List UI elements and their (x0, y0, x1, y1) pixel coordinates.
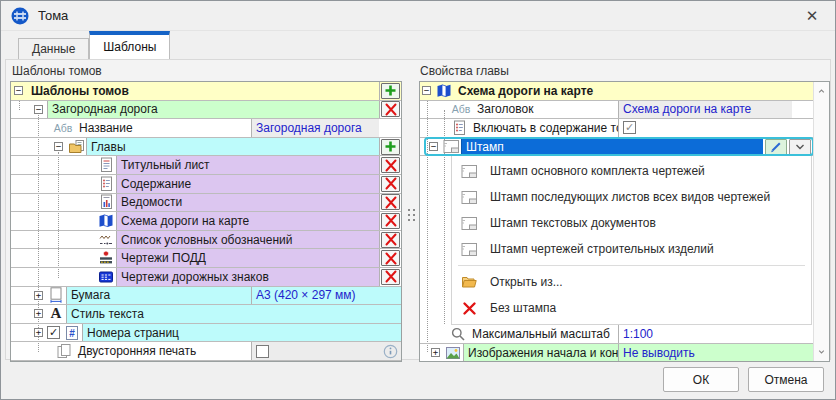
delete-button[interactable] (381, 194, 400, 210)
tree-row-label-cell[interactable]: Бумага (66, 287, 251, 305)
tree-row-value-cell[interactable]: ✓ (618, 119, 792, 137)
tab-page: Шаблоны томов Свойства главы −Шаблоны то… (5, 59, 831, 360)
vertical-scrollbar[interactable] (813, 82, 829, 361)
tree-row: −Штамп (420, 138, 814, 157)
dropdown-item-label: Открыть из... (490, 275, 563, 289)
tree-row-value-cell[interactable]: А3 (420 × 297 мм) (251, 287, 379, 305)
edit-button[interactable] (765, 139, 787, 155)
expand-icon[interactable]: + (34, 328, 43, 337)
tree-row-label-cell[interactable]: Содержание (116, 175, 379, 193)
collapse-icon[interactable]: − (14, 86, 23, 95)
tree-row-label-cell[interactable]: Максимальный масштаб (468, 325, 618, 343)
tree-row-label-cell[interactable]: Чертежи ПОДД (116, 249, 379, 267)
menu-separator (458, 265, 805, 266)
tree-row-value-cell[interactable]: Загородная дорога (251, 119, 379, 137)
abc-icon: Абв (450, 101, 472, 117)
expand-icon[interactable]: + (34, 291, 43, 300)
tree-row-label-cell[interactable]: Схема дороги на карте (454, 82, 814, 100)
checkbox[interactable]: ✓ (47, 326, 60, 339)
folder-open-icon (460, 274, 478, 290)
dropdown-button[interactable] (789, 139, 811, 155)
tree-row-label-cell[interactable]: Двусторонняя печать (74, 342, 251, 360)
collapse-icon[interactable]: − (429, 142, 438, 151)
info-icon[interactable] (383, 344, 398, 359)
collapse-icon[interactable]: − (34, 105, 43, 114)
tree-row: −Главы (11, 138, 401, 157)
tree-row-label-cell[interactable]: Изображения начала и конца (463, 344, 618, 362)
magnifier-icon (449, 326, 467, 342)
tree-row-label-cell[interactable]: Включать в содержание тома (469, 119, 618, 137)
dropdown-item[interactable]: Без штампа (452, 295, 811, 321)
tree-row: −Загородная дорога (11, 101, 401, 120)
expand-icon[interactable]: + (34, 309, 43, 318)
stamp-icon (460, 189, 478, 205)
tree-row-label: Двусторонняя печать (78, 344, 196, 358)
collapse-icon[interactable]: − (54, 142, 63, 151)
checkbox[interactable]: ✓ (623, 121, 636, 134)
delete-button[interactable] (381, 269, 400, 285)
tree-row-label: Содержание (121, 177, 191, 191)
tree-row-label-cell[interactable]: Стиль текста (66, 305, 401, 323)
checkbox[interactable] (256, 345, 269, 358)
dropdown-item[interactable]: Открыть из... (452, 269, 811, 295)
map-icon (435, 83, 453, 99)
delete-button[interactable] (381, 250, 400, 266)
scroll-up-icon[interactable] (814, 84, 829, 98)
tree-row-label: Стиль текста (71, 307, 144, 321)
tree-row-label-cell[interactable]: Чертежи дорожных знаков (116, 268, 379, 286)
ok-button[interactable]: ОК (663, 367, 739, 392)
tree-row-value-cell[interactable]: Не выводить (618, 344, 792, 362)
tree-row-label-cell[interactable]: Список условных обозначений (116, 231, 379, 249)
toc-icon (450, 120, 468, 136)
splitter-handle[interactable] (404, 202, 418, 228)
tree-row-label-cell[interactable]: Загородная дорога (47, 101, 379, 119)
tree-row-label: Список условных обозначений (121, 233, 292, 247)
tab-1[interactable]: Шаблоны (89, 31, 170, 59)
dropdown-item[interactable]: Штамп текстовых документов (452, 210, 811, 236)
doc-icon (97, 157, 115, 173)
tree-row: −Шаблоны томов (11, 82, 401, 101)
tree-row-label-cell[interactable]: Схема дороги на карте (116, 212, 379, 230)
close-icon[interactable]: ✕ (799, 7, 825, 25)
tree-row-label-cell[interactable]: Главы (86, 138, 379, 156)
titlebar[interactable]: Тома ✕ (1, 1, 835, 31)
scroll-down-icon[interactable] (814, 345, 829, 359)
tree-row-label-cell[interactable]: Титульный лист (116, 156, 379, 174)
window-title: Тома (38, 8, 68, 23)
delete-button[interactable] (381, 176, 400, 192)
delete-button[interactable] (381, 157, 400, 173)
tree-row-label-cell[interactable]: Шаблоны томов (27, 82, 379, 100)
pages-icon (55, 343, 73, 359)
tree-row-label-cell[interactable]: Номера страниц (82, 324, 401, 342)
tree-row-label-cell[interactable]: Ведомости (116, 194, 379, 212)
stamp-icon (442, 139, 460, 155)
tree-row-value: 1:100 (623, 327, 653, 341)
tree-row: +БумагаА3 (420 × 297 мм) (11, 287, 401, 306)
tree-row-value-cell[interactable]: 1:100 (618, 325, 792, 343)
tree-row-label: Шаблоны томов (31, 84, 129, 98)
delete-button[interactable] (381, 232, 400, 248)
expand-icon[interactable]: + (431, 348, 440, 357)
tree-row-label-cell[interactable]: Заголовок (473, 101, 618, 119)
collapse-icon[interactable]: − (422, 86, 431, 95)
stamp-icon (460, 163, 478, 179)
dropdown-item[interactable]: Штамп основного комплекта чертежей (452, 158, 811, 184)
dropdown-item[interactable]: Штамп последующих листов всех видов черт… (452, 184, 811, 210)
tree-row-value-cell[interactable] (251, 342, 379, 360)
cancel-button[interactable]: Отмена (748, 367, 824, 392)
add-button[interactable] (381, 83, 400, 99)
tree-row-label-cell[interactable]: Штамп (461, 138, 763, 156)
add-button[interactable] (381, 139, 400, 155)
tree-row-label: Загородная дорога (52, 102, 158, 116)
tab-0[interactable]: Данные (18, 38, 89, 59)
tree-row-value-cell[interactable]: Схема дороги на карте (618, 101, 792, 119)
page-hash-icon: # (63, 325, 81, 341)
tree-row-label-cell[interactable]: Название (75, 119, 251, 137)
tree-row-label: Чертежи ПОДД (121, 251, 206, 265)
volumes-dialog: Тома ✕ ДанныеШаблоны Шаблоны томов Свойс… (0, 0, 836, 400)
image-icon (444, 345, 462, 361)
delete-button[interactable] (381, 213, 400, 229)
dropdown-item[interactable]: Штамп чертежей строительных изделий (452, 236, 811, 262)
tree-row-label: Титульный лист (121, 158, 210, 172)
delete-button[interactable] (381, 101, 400, 117)
